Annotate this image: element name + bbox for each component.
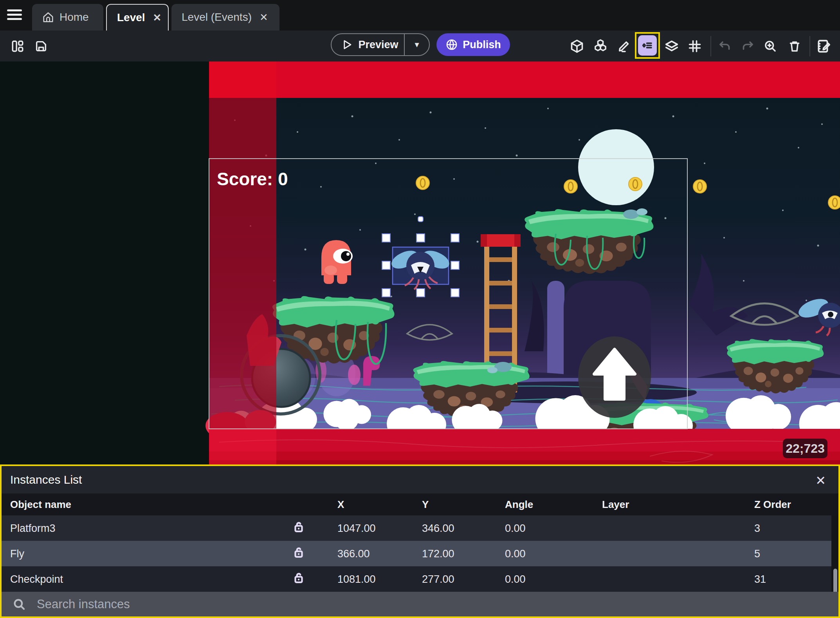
- publish-button[interactable]: Publish: [436, 33, 510, 56]
- unlock-toggle-button[interactable]: [292, 546, 305, 562]
- instance-z-order[interactable]: 31: [754, 573, 766, 585]
- coin: [629, 177, 642, 191]
- column-angle: Angle: [505, 499, 533, 511]
- save-button[interactable]: [32, 38, 50, 55]
- add-object-button[interactable]: [568, 38, 586, 55]
- instance-y[interactable]: 346.00: [422, 522, 454, 534]
- red-band-top[interactable]: [209, 61, 840, 98]
- cubes-group-icon: [593, 39, 608, 54]
- panel-scrollbar-track: [831, 515, 838, 592]
- table-row-fly-selected[interactable]: Fly 366.00 172.00 0.00 5: [2, 541, 838, 566]
- column-y: Y: [422, 499, 429, 511]
- selected-fly-instance[interactable]: [389, 247, 452, 289]
- main-menu-button[interactable]: [7, 9, 23, 21]
- tab-level[interactable]: Level ✕: [106, 4, 169, 31]
- scene-render[interactable]: Score: 0 22;723: [0, 61, 840, 464]
- unlock-toggle-button[interactable]: [292, 520, 305, 536]
- edit-scene-properties-button[interactable]: [815, 38, 832, 55]
- instance-name: Fly: [10, 548, 24, 560]
- tab-level-label: Level: [117, 11, 145, 24]
- coin: [693, 180, 707, 193]
- scene-canvas[interactable]: Score: 0 22;723: [0, 61, 840, 464]
- preview-dropdown-button[interactable]: ▾: [405, 40, 429, 50]
- search-instances-input[interactable]: [36, 597, 838, 612]
- moon[interactable]: [578, 129, 654, 205]
- coin: [564, 180, 577, 193]
- instance-y[interactable]: 172.00: [422, 548, 454, 560]
- red-band-vertical-top[interactable]: [209, 61, 276, 98]
- instance-x[interactable]: 1047.00: [337, 522, 376, 534]
- cursor-coordinates-badge: 22;723: [783, 439, 827, 458]
- red-band-vertical-bottom: [209, 429, 276, 464]
- table-row-platform3[interactable]: Platform3 1047.00 346.00 0.00 3: [2, 515, 838, 541]
- instance-z-order[interactable]: 5: [754, 548, 760, 560]
- tab-level-close-icon[interactable]: ✕: [151, 12, 162, 24]
- panel-layout-icon: [11, 40, 24, 53]
- redo-icon: [741, 39, 755, 53]
- column-object-name: Object name: [10, 499, 71, 511]
- search-instances-bar: [2, 592, 838, 616]
- instances-list-icon: [641, 39, 654, 52]
- globe-icon: [445, 38, 458, 51]
- tab-home[interactable]: Home: [32, 4, 103, 31]
- hamburger-icon: [7, 9, 22, 11]
- close-instances-panel-button[interactable]: ✕: [815, 473, 826, 488]
- zoom-in-button[interactable]: [762, 38, 779, 55]
- instances-panel-title: Instances List: [10, 473, 82, 486]
- toggle-panels-button[interactable]: [9, 38, 26, 55]
- publish-label: Publish: [463, 39, 501, 51]
- instance-angle[interactable]: 0.00: [505, 522, 526, 534]
- open-instances-list-button[interactable]: [638, 35, 657, 56]
- tab-level-events[interactable]: Level (Events) ✕: [171, 4, 279, 31]
- trash-icon: [788, 39, 802, 53]
- save-icon: [34, 40, 48, 53]
- note-edit-icon: [816, 39, 831, 54]
- column-layer: Layer: [602, 499, 629, 511]
- pencil-icon: [617, 39, 631, 53]
- instance-name: Platform3: [10, 522, 56, 534]
- undo-button[interactable]: [716, 38, 734, 55]
- instance-name: Checkpoint: [10, 573, 63, 585]
- instances-table-header: Object name X Y Angle Layer Z Order: [2, 493, 838, 515]
- instance-z-order[interactable]: 3: [754, 522, 760, 534]
- table-row-checkpoint[interactable]: Checkpoint 1081.00 277.00 0.00 31: [2, 566, 838, 592]
- toolbar-divider: [809, 36, 810, 56]
- edit-scene-button[interactable]: [615, 38, 633, 55]
- instances-panel-header: Instances List: [2, 466, 838, 493]
- instance-angle[interactable]: 0.00: [505, 548, 526, 560]
- panel-scrollbar-thumb[interactable]: [833, 569, 837, 595]
- column-z-order: Z Order: [754, 499, 791, 511]
- rotation-handle: [418, 217, 423, 222]
- home-icon: [42, 11, 54, 23]
- instances-list-panel: Instances List ✕ Object name X Y Angle L…: [0, 464, 840, 618]
- delete-button[interactable]: [786, 38, 803, 55]
- tab-home-label: Home: [59, 11, 89, 23]
- instance-x[interactable]: 366.00: [337, 548, 370, 560]
- instance-angle[interactable]: 0.00: [505, 573, 526, 585]
- red-band-bottom[interactable]: [209, 429, 840, 464]
- preview-button[interactable]: Preview ▾: [331, 33, 430, 56]
- unlock-toggle-button[interactable]: [292, 571, 305, 587]
- undo-icon: [718, 39, 732, 53]
- open-layers-button[interactable]: [663, 38, 680, 55]
- layers-icon: [664, 39, 679, 54]
- play-icon: [341, 39, 353, 51]
- toggle-grid-button[interactable]: [686, 38, 703, 55]
- redo-button[interactable]: [739, 38, 756, 55]
- instance-y[interactable]: 277.00: [422, 573, 454, 585]
- coin: [416, 176, 429, 190]
- gdevelop-editor-window: Home Level ✕ Level (Events) ✕ Preview ▾ …: [0, 0, 840, 618]
- svg-text:22;723: 22;723: [786, 441, 825, 455]
- grid-icon: [688, 39, 702, 53]
- tab-strip: Home Level ✕ Level (Events) ✕: [0, 0, 840, 31]
- zoom-in-icon: [763, 39, 777, 53]
- instance-x[interactable]: 1081.00: [337, 573, 376, 585]
- red-band-vertical[interactable]: [209, 98, 276, 429]
- score-text: Score: 0: [217, 169, 288, 189]
- tab-level-events-close-icon[interactable]: ✕: [257, 11, 268, 23]
- cube-icon: [570, 39, 584, 53]
- objects-groups-button[interactable]: [592, 38, 609, 55]
- jump-button[interactable]: [578, 336, 651, 418]
- tab-level-events-label: Level (Events): [182, 11, 252, 23]
- toolbar-divider: [710, 36, 711, 56]
